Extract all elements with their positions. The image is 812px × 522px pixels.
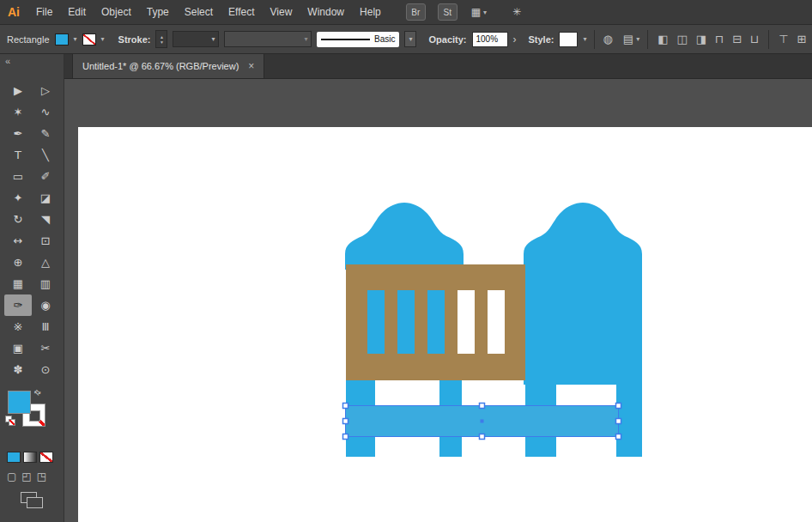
color-button[interactable] [7,452,21,463]
swap-fill-stroke-icon[interactable]: ⇄ [33,387,43,398]
hand-tool[interactable]: ✽ [4,359,32,380]
menu-help[interactable]: Help [352,6,389,18]
document-tab[interactable]: Untitled-1* @ 66.67% (RGB/Preview) × [72,54,264,78]
screen-mode-button[interactable] [21,492,45,509]
magic-wand-tool[interactable]: ✶ [4,101,32,123]
align-left-icon[interactable]: ◧ [657,33,668,46]
scale-tool[interactable]: ◥ [32,209,59,230]
stroke-caret-icon[interactable]: ▾ [101,35,105,43]
canvas-pasteboard[interactable] [64,79,812,522]
align-top-icon[interactable]: ⊓ [715,33,724,46]
menu-effect[interactable]: Effect [221,6,262,18]
stepper-down-icon[interactable]: ▼ [160,39,164,45]
type-tool[interactable]: T [4,144,32,166]
selection-handle[interactable] [616,434,621,440]
shape-builder-tool[interactable]: ⊕ [4,252,32,273]
none-button[interactable] [39,452,53,463]
selection-handle[interactable] [480,434,485,440]
arrange-icon[interactable]: ⊞ [797,33,807,46]
transform-icon[interactable]: ⊤ [779,33,788,46]
crib-slat[interactable] [367,290,385,354]
paintbrush-tool[interactable]: ✐ [32,166,59,187]
opacity-field[interactable]: 100% [472,32,508,47]
align-center-icon[interactable]: ◫ [676,33,687,46]
style-dropdown[interactable] [559,32,578,47]
fill-caret-icon[interactable]: ▾ [74,35,77,43]
menu-select[interactable]: Select [177,6,221,18]
crib-slat[interactable] [427,290,445,354]
menu-type[interactable]: Type [139,6,177,18]
align-middle-icon[interactable]: ⊟ [732,33,742,46]
pen-tool[interactable]: ✒ [4,123,32,144]
menu-view[interactable]: View [263,6,300,18]
fill-color-swatch[interactable] [55,33,69,46]
collapse-panel-icon[interactable]: « [5,56,10,66]
touch-workspace-icon[interactable]: ✳ [512,6,521,18]
draw-inside-icon[interactable]: ◳ [37,470,46,483]
align-bottom-icon[interactable]: ⊔ [750,33,759,46]
rectangle-tool[interactable]: ▭ [4,166,32,187]
menu-object[interactable]: Object [94,6,139,18]
lasso-tool[interactable]: ∿ [32,101,59,123]
blend-tool[interactable]: ◉ [32,294,59,316]
align-right-icon[interactable]: ◨ [696,33,706,46]
artboard-tool[interactable]: ▣ [4,337,32,359]
left-headboard-shape[interactable] [345,203,464,270]
stroke-line-preview [321,39,370,40]
zoom-tool[interactable]: ⊙ [32,359,59,380]
fill-indicator[interactable] [8,391,31,414]
width-tool[interactable]: ↔ [4,230,32,252]
stock-button[interactable]: St [438,3,458,21]
selection-handle[interactable] [616,404,621,409]
close-icon[interactable]: × [248,60,254,72]
menu-edit[interactable]: Edit [60,6,94,18]
stroke-style-dropdown-button[interactable]: ▾ [404,31,416,47]
selection-handle[interactable] [343,434,348,440]
menu-window[interactable]: Window [300,6,352,18]
free-transform-tool[interactable]: ⊡ [32,230,59,252]
opacity-label: Opacity: [428,34,466,45]
right-headboard-shape[interactable] [524,203,642,273]
eyedropper-tool[interactable]: ✑ [4,294,32,316]
mesh-tool[interactable]: ▦ [4,273,32,294]
line-segment-tool[interactable]: ╲ [32,144,59,166]
direct-selection-tool[interactable]: ▷ [32,80,59,101]
curvature-tool[interactable]: ✎ [32,123,59,144]
selection-handle[interactable] [616,419,621,424]
menu-file[interactable]: File [28,6,60,18]
draw-normal-icon[interactable]: ▢ [7,470,16,483]
slice-tool[interactable]: ✂ [32,337,59,359]
stroke-style-preview[interactable]: Basic [317,32,399,47]
drawing-mode-buttons: ▢ ◰ ◳ [7,470,46,483]
brush-definition-dropdown[interactable]: ▾ [224,31,312,47]
shaper-tool[interactable]: ✦ [4,187,32,209]
rotate-tool[interactable]: ↻ [4,209,32,230]
crib-slat[interactable] [397,290,415,354]
eraser-tool[interactable]: ◪ [32,187,59,209]
style-caret-icon[interactable]: ▾ [583,35,586,43]
perspective-grid-tool[interactable]: △ [32,252,59,273]
document-setup-icon: ▤ [623,33,633,46]
stroke-color-swatch[interactable] [82,33,96,46]
default-fill-stroke-icon[interactable] [5,416,15,426]
opacity-menu-arrow-icon[interactable]: › [513,33,517,46]
stroke-weight-dropdown[interactable]: ▾ [173,31,219,47]
selection-handle[interactable] [480,404,485,409]
bridge-button[interactable]: Br [406,3,426,21]
selection-handle[interactable] [343,404,348,409]
app-logo: Ai [8,5,20,19]
draw-behind-icon[interactable]: ◰ [21,470,31,483]
recolor-artwork-icon[interactable]: ◍ [603,33,612,46]
column-graph-tool[interactable]: Ⅲ [32,316,59,337]
selection-tool[interactable]: ▶ [4,80,32,101]
selection-handle[interactable] [343,419,348,424]
right-headboard-body[interactable] [524,263,642,385]
stroke-weight-stepper[interactable]: ▲ ▼ [155,30,167,48]
workspace-switcher[interactable]: ▦ ▾ [471,6,487,18]
symbol-sprayer-tool[interactable]: ※ [4,316,32,337]
gradient-button[interactable] [23,452,37,463]
artboard[interactable] [78,127,812,522]
document-setup-group[interactable]: ▤ ▾ [623,33,639,46]
gradient-tool[interactable]: ▥ [32,273,59,294]
context-label: Rectangle [7,34,50,45]
